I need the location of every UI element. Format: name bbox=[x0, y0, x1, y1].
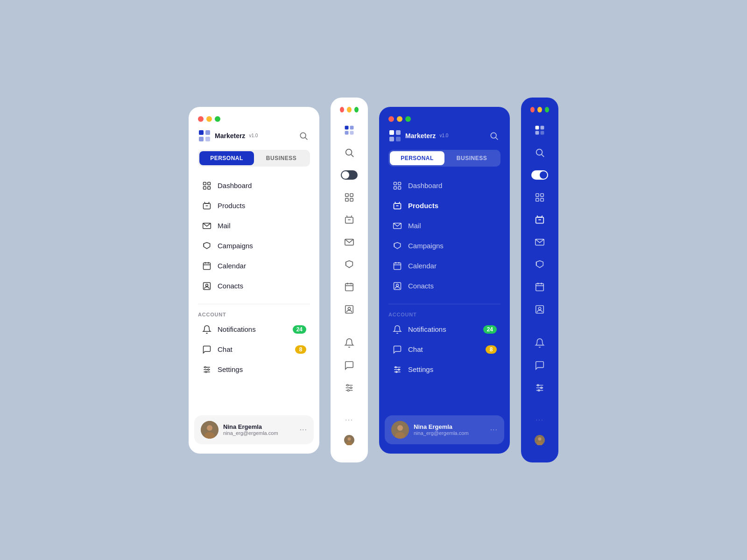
personal-tab-dark[interactable]: PERSONAL bbox=[390, 151, 444, 165]
narrow-calendar-light[interactable] bbox=[338, 277, 360, 297]
close-button-2[interactable] bbox=[340, 107, 344, 112]
narrow-avatar-light[interactable] bbox=[338, 429, 360, 451]
svg-point-18 bbox=[206, 284, 208, 286]
svg-rect-6 bbox=[204, 182, 206, 185]
chat-label-light: Chat bbox=[218, 345, 233, 353]
maximize-button[interactable] bbox=[215, 116, 220, 122]
nav-item-dashboard-light[interactable]: Dashboard bbox=[192, 176, 316, 196]
narrow-contacts-light[interactable] bbox=[338, 299, 360, 320]
narrow-user-menu-dark[interactable]: ··· bbox=[536, 416, 544, 423]
svg-rect-65 bbox=[398, 186, 401, 189]
narrow-settings-dark[interactable] bbox=[529, 378, 551, 398]
svg-rect-2 bbox=[199, 137, 204, 141]
personal-tab-light[interactable]: PERSONAL bbox=[199, 151, 254, 165]
settings-label-light: Settings bbox=[218, 365, 243, 373]
contacts-label-dark: Conacts bbox=[408, 282, 434, 290]
svg-point-106 bbox=[537, 385, 539, 386]
narrow-notifications-light[interactable] bbox=[338, 333, 360, 353]
nav-item-contacts-dark[interactable]: Conacts bbox=[383, 276, 506, 296]
nav-item-chat-dark[interactable]: Chat 8 bbox=[383, 340, 506, 359]
maximize-button-3[interactable] bbox=[405, 116, 411, 122]
search-button-light[interactable] bbox=[297, 129, 310, 142]
business-tab-light[interactable]: BUSINESS bbox=[254, 151, 309, 165]
svg-point-82 bbox=[397, 425, 403, 431]
narrow-contacts-dark[interactable] bbox=[529, 299, 551, 320]
narrow-products-dark[interactable] bbox=[529, 210, 551, 230]
minimize-button-4[interactable] bbox=[537, 107, 542, 112]
svg-point-74 bbox=[396, 284, 399, 286]
narrow-dashboard-dark[interactable] bbox=[529, 187, 551, 208]
nav-item-dashboard-dark[interactable]: Dashboard bbox=[383, 176, 506, 196]
account-section-label-dark: ACCOUNT bbox=[379, 308, 510, 319]
user-info-dark: Nina Ergemla nina_erg@ergemla.com bbox=[414, 423, 486, 436]
narrow-campaigns-light[interactable] bbox=[338, 254, 360, 275]
nav-item-calendar-light[interactable]: Calendar bbox=[192, 256, 316, 276]
narrow-products-light[interactable] bbox=[338, 210, 360, 230]
svg-point-24 bbox=[205, 371, 207, 372]
notifications-badge-light: 24 bbox=[293, 325, 306, 334]
svg-point-52 bbox=[347, 390, 349, 392]
traffic-lights-2 bbox=[331, 107, 368, 120]
nav-item-mail-dark[interactable]: Mail bbox=[383, 216, 506, 236]
svg-rect-30 bbox=[345, 131, 349, 135]
user-menu-button-dark[interactable]: ··· bbox=[490, 426, 498, 434]
narrow-chat-light[interactable] bbox=[338, 355, 360, 376]
svg-point-51 bbox=[350, 387, 352, 389]
nav-item-chat-light[interactable]: Chat 8 bbox=[192, 340, 316, 359]
narrow-chat-dark[interactable] bbox=[529, 355, 551, 376]
nav-item-calendar-dark[interactable]: Calendar bbox=[383, 256, 506, 276]
svg-rect-3 bbox=[205, 137, 210, 141]
narrow-calendar-dark[interactable] bbox=[529, 277, 551, 297]
narrow-toggle-dark[interactable] bbox=[529, 165, 551, 185]
narrow-dashboard-light[interactable] bbox=[338, 187, 360, 208]
narrow-campaigns-dark[interactable] bbox=[529, 254, 551, 275]
narrow-settings-light[interactable] bbox=[338, 378, 360, 398]
narrow-mail-light[interactable] bbox=[338, 232, 360, 252]
narrow-toggle-light[interactable] bbox=[338, 165, 360, 185]
close-button[interactable] bbox=[198, 116, 204, 122]
nav-item-campaigns-light[interactable]: Campaigns bbox=[192, 236, 316, 256]
calendar-label-light: Calendar bbox=[218, 262, 246, 270]
nav-item-contacts-light[interactable]: Conacts bbox=[192, 276, 316, 296]
nav-item-notifications-light[interactable]: Notifications 24 bbox=[192, 320, 316, 339]
avatar-light bbox=[201, 421, 218, 439]
svg-rect-97 bbox=[536, 284, 544, 291]
narrow-user-menu-light[interactable]: ··· bbox=[345, 416, 353, 423]
narrow-mail-dark[interactable] bbox=[529, 232, 551, 252]
svg-rect-1 bbox=[205, 130, 210, 135]
nav-item-notifications-dark[interactable]: Notifications 24 bbox=[383, 320, 506, 339]
nav-item-settings-dark[interactable]: Settings bbox=[383, 360, 506, 379]
narrow-avatar-dark[interactable] bbox=[529, 429, 551, 451]
business-tab-dark[interactable]: BUSINESS bbox=[444, 151, 499, 165]
nav-item-products-dark[interactable]: Products bbox=[383, 196, 506, 216]
svg-point-22 bbox=[204, 366, 206, 368]
minimize-button[interactable] bbox=[206, 116, 212, 122]
svg-rect-84 bbox=[536, 126, 539, 130]
nav-item-settings-light[interactable]: Settings bbox=[192, 360, 316, 379]
close-button-4[interactable] bbox=[530, 107, 535, 112]
svg-line-61 bbox=[496, 137, 498, 140]
maximize-button-2[interactable] bbox=[354, 107, 359, 112]
close-button-3[interactable] bbox=[388, 116, 394, 122]
maximize-button-4[interactable] bbox=[545, 107, 549, 112]
svg-rect-57 bbox=[396, 130, 401, 135]
nav-item-mail-light[interactable]: Mail bbox=[192, 216, 316, 236]
products-label-light: Products bbox=[218, 202, 245, 210]
svg-rect-64 bbox=[394, 186, 397, 189]
user-menu-button-light[interactable]: ··· bbox=[300, 426, 307, 434]
products-icon-dark bbox=[392, 201, 402, 211]
nav-item-products-light[interactable]: Products bbox=[192, 196, 316, 216]
campaigns-icon-light bbox=[202, 241, 212, 251]
settings-label-dark: Settings bbox=[408, 365, 433, 373]
minimize-button-3[interactable] bbox=[397, 116, 402, 122]
narrow-search-dark[interactable] bbox=[529, 142, 551, 163]
nav-item-campaigns-dark[interactable]: Campaigns bbox=[383, 236, 506, 256]
logo-area-dark: Marketerz v1.0 bbox=[388, 129, 448, 142]
minimize-button-2[interactable] bbox=[347, 107, 351, 112]
narrow-search-light[interactable] bbox=[338, 142, 360, 163]
search-button-dark[interactable] bbox=[487, 129, 500, 142]
svg-rect-9 bbox=[208, 186, 211, 189]
app-name-dark: Marketerz bbox=[405, 132, 436, 140]
svg-rect-28 bbox=[345, 126, 349, 130]
narrow-notifications-dark[interactable] bbox=[529, 333, 551, 353]
